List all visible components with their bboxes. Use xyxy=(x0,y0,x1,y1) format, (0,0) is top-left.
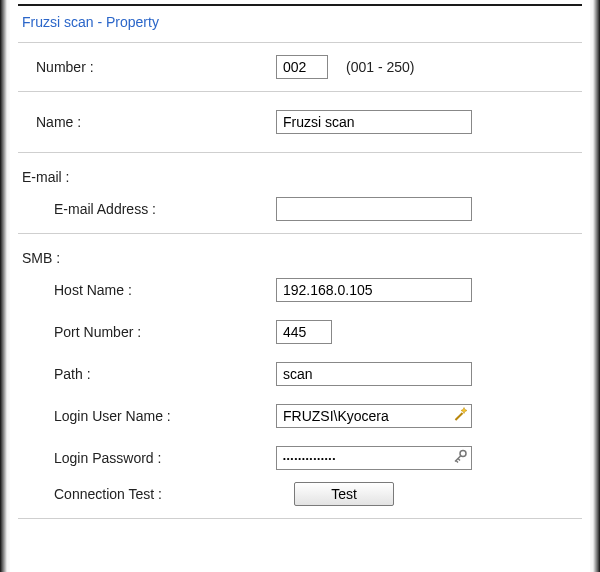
login-password-input[interactable] xyxy=(276,446,472,470)
connection-test-label: Connection Test : xyxy=(54,486,294,502)
divider xyxy=(18,518,582,519)
name-label: Name : xyxy=(36,114,276,130)
test-button[interactable]: Test xyxy=(294,482,394,506)
port-input[interactable] xyxy=(276,320,332,344)
host-label: Host Name : xyxy=(54,282,276,298)
divider xyxy=(18,42,582,43)
divider xyxy=(18,91,582,92)
login-user-label: Login User Name : xyxy=(54,408,276,424)
host-input[interactable] xyxy=(276,278,472,302)
number-label: Number : xyxy=(36,59,276,75)
email-address-label: E-mail Address : xyxy=(54,201,276,217)
login-password-label: Login Password : xyxy=(54,450,276,466)
divider xyxy=(18,233,582,234)
email-section-label: E-mail : xyxy=(18,159,582,191)
number-hint: (001 - 250) xyxy=(346,59,414,75)
email-address-input[interactable] xyxy=(276,197,472,221)
page-title: Fruzsi scan - Property xyxy=(18,6,582,36)
number-input[interactable] xyxy=(276,55,328,79)
port-label: Port Number : xyxy=(54,324,276,340)
path-label: Path : xyxy=(54,366,276,382)
login-user-input[interactable] xyxy=(276,404,472,428)
name-input[interactable] xyxy=(276,110,472,134)
smb-section-label: SMB : xyxy=(18,240,582,272)
divider xyxy=(18,152,582,153)
path-input[interactable] xyxy=(276,362,472,386)
